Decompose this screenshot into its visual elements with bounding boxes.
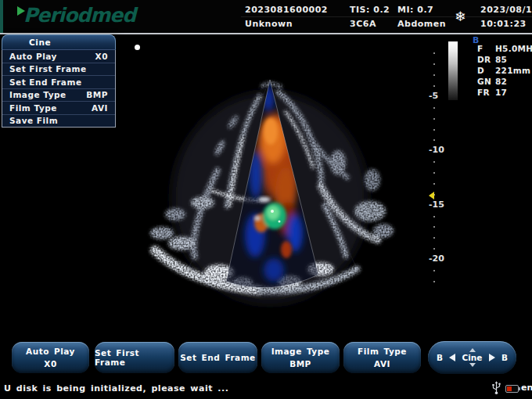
image-area: Cine Auto Play X0 Set First Frame Set En…: [0, 34, 532, 338]
soft-key-bar: Auto Play X0 Set First Frame Set End Fra…: [0, 338, 532, 377]
depth-tick: [433, 237, 435, 239]
button-value: AVI: [374, 359, 390, 368]
image-type-button[interactable]: Image Type BMP: [261, 342, 340, 373]
menu-item-value: AVI: [92, 103, 108, 113]
depth-tick: [433, 281, 435, 282]
depth-tick: [433, 172, 435, 174]
depth-tick: [433, 74, 435, 76]
usb-icon: [491, 381, 501, 398]
menu-item-auto-play[interactable]: Auto Play X0: [2, 50, 115, 63]
depth-tick: [433, 248, 435, 250]
button-label: Image Type: [271, 347, 330, 356]
arrow-left-icon[interactable]: [449, 354, 455, 361]
patient-name: Unknown: [245, 19, 293, 29]
depth-tick: [433, 85, 435, 87]
depth-label: -15: [429, 200, 444, 210]
probe-name: 3C6A: [350, 19, 376, 29]
focus-marker-icon: [429, 192, 434, 200]
button-label: Film Type: [358, 347, 407, 356]
depth-tick: [433, 63, 435, 65]
nav-center: Cine: [462, 348, 483, 367]
depth-tick: [433, 107, 435, 109]
nav-left-mode[interactable]: B: [437, 353, 443, 362]
film-type-button[interactable]: Film Type AVI: [343, 342, 421, 373]
menu-item-film-type[interactable]: Film Type AVI: [2, 101, 115, 114]
ultrasound-image: [125, 38, 422, 307]
date-display: 2023/08/16: [480, 5, 532, 15]
arrow-right-icon[interactable]: [489, 354, 495, 361]
depth-tick: [433, 118, 435, 120]
button-label: Set First Frame: [95, 348, 174, 367]
cine-nav-pad[interactable]: B Cine B: [428, 341, 516, 374]
probe-orientation-marker: [135, 45, 140, 50]
cine-context-menu: Cine Auto Play X0 Set First Frame Set En…: [2, 34, 116, 128]
menu-title: Cine: [2, 34, 116, 50]
depth-label: -10: [429, 145, 444, 155]
nav-center-label: Cine: [462, 353, 483, 362]
depth-tick: [433, 52, 435, 54]
depth-tick: [433, 270, 435, 271]
time-display: 10:01:23: [480, 19, 527, 29]
battery-nub: [519, 387, 520, 390]
exam-id: 2023081600002: [245, 5, 328, 15]
depth-tick: [433, 129, 435, 131]
depth-tick: [433, 226, 435, 228]
brand-stripe: [0, 0, 3, 33]
param-frequency: FH5.0MHz: [477, 44, 532, 53]
param-dynamic-range: DR85: [477, 55, 507, 64]
menu-body: Auto Play X0 Set First Frame Set End Fra…: [2, 50, 116, 128]
battery-icon: [505, 385, 519, 393]
depth-tick: [433, 216, 435, 217]
button-value: BMP: [289, 359, 311, 368]
param-frame-rate: FR17: [477, 88, 507, 97]
param-gain: GN82: [477, 77, 507, 86]
menu-item-save-film[interactable]: Save Film: [2, 114, 115, 128]
param-depth: D221mm: [477, 66, 530, 75]
depth-label: -5: [429, 91, 438, 101]
depth-label: -20: [429, 253, 444, 264]
topbar-row-separator: [241, 16, 532, 17]
nav-right-mode[interactable]: B: [501, 353, 508, 362]
menu-item-label: Set First Frame: [9, 64, 87, 74]
depth-tick: [433, 161, 435, 163]
battery-level: [507, 386, 512, 391]
arrow-down-icon[interactable]: [469, 363, 476, 367]
status-bar: U disk is being initialized, please wait…: [0, 377, 532, 399]
depth-tick: [433, 139, 435, 141]
logo-text: Periodmed: [23, 4, 135, 27]
button-value: X0: [44, 359, 56, 368]
menu-item-label: Auto Play: [9, 52, 57, 61]
menu-item-image-type[interactable]: Image Type BMP: [2, 88, 115, 102]
menu-item-set-end-frame[interactable]: Set End Frame: [2, 75, 115, 88]
menu-item-label: Set End Frame: [9, 77, 82, 87]
arrow-up-icon[interactable]: [469, 348, 476, 352]
depth-tick: [433, 183, 435, 185]
set-first-frame-button[interactable]: Set First Frame: [95, 342, 174, 373]
menu-item-label: Image Type: [9, 90, 66, 99]
button-label: Set End Frame: [180, 353, 256, 362]
depth-ruler: -5-10-15-20: [427, 0, 454, 329]
menu-item-label: Film Type: [9, 103, 57, 113]
status-message: U disk is being initialized, please wait…: [4, 383, 228, 394]
menu-item-value: BMP: [86, 90, 108, 99]
menu-item-set-first-frame[interactable]: Set First Frame: [2, 63, 115, 76]
logo: Periodmed: [17, 4, 135, 27]
button-label: Auto Play: [26, 347, 75, 356]
set-end-frame-button[interactable]: Set End Frame: [178, 342, 257, 373]
menu-item-label: Save Film: [9, 116, 58, 125]
language-indicator: en: [521, 383, 532, 393]
menu-item-value: X0: [95, 52, 108, 61]
auto-play-button[interactable]: Auto Play X0: [12, 342, 89, 373]
freeze-snowflake-icon: ❄: [455, 9, 466, 24]
tis-value: TIS: 0.2: [350, 5, 390, 15]
